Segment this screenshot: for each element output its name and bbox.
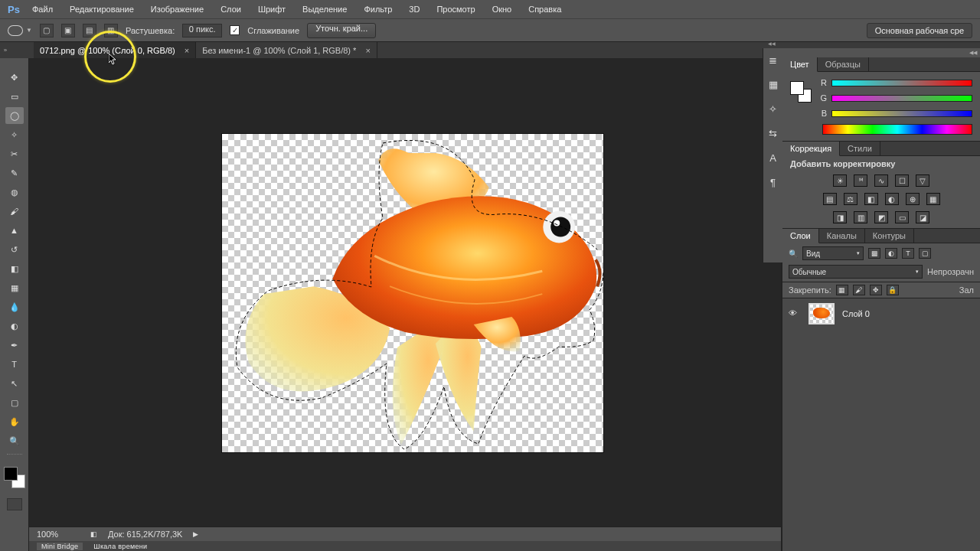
tab-adjustments[interactable]: Коррекция: [782, 142, 840, 156]
close-icon[interactable]: ×: [185, 46, 189, 55]
lock-transparency-icon[interactable]: ▦: [836, 285, 848, 295]
threshold-icon[interactable]: ◩: [874, 211, 888, 223]
hand-tool-icon[interactable]: ✋: [5, 413, 24, 430]
rectangular-marquee-tool-icon[interactable]: ▭: [5, 88, 24, 105]
layer-thumbnail[interactable]: [808, 303, 835, 324]
tab-color[interactable]: Цвет: [782, 57, 818, 72]
gradient-tool-icon[interactable]: ▦: [5, 279, 24, 296]
tab-styles[interactable]: Стили: [840, 142, 880, 155]
color-balance-icon[interactable]: ⚖: [844, 193, 858, 205]
crop-tool-icon[interactable]: ✂: [5, 145, 24, 162]
properties-panel-icon[interactable]: ✧: [766, 102, 780, 116]
hue-strip[interactable]: [822, 124, 972, 135]
path-selection-tool-icon[interactable]: ↖: [5, 375, 24, 392]
tab-swatches[interactable]: Образцы: [818, 57, 869, 71]
visibility-toggle-icon[interactable]: 👁: [789, 308, 801, 319]
menu-select[interactable]: Выделение: [295, 2, 354, 16]
filter-pixel-icon[interactable]: ▩: [868, 248, 880, 259]
tab-paths[interactable]: Контуры: [865, 229, 914, 243]
filter-icon[interactable]: 🔍: [789, 249, 798, 258]
lasso-tool-icon[interactable]: ◯: [5, 107, 24, 124]
tab-channels[interactable]: Каналы: [819, 229, 865, 243]
dodge-tool-icon[interactable]: ◐: [5, 318, 24, 334]
selective-color-icon[interactable]: ◪: [916, 211, 929, 223]
workspace-switcher[interactable]: Основная рабочая сре: [867, 23, 972, 38]
menu-file[interactable]: Файл: [24, 2, 60, 16]
layer-row[interactable]: 👁 Слой 0: [782, 298, 980, 329]
paragraph-panel-icon[interactable]: ¶: [766, 175, 780, 189]
color-swatches[interactable]: [4, 467, 25, 488]
actions-panel-icon[interactable]: ▦: [766, 77, 780, 91]
lock-pixels-icon[interactable]: 🖌: [853, 285, 865, 295]
menu-layers[interactable]: Слои: [213, 2, 249, 16]
blend-mode-select[interactable]: Обычные▾: [789, 265, 923, 279]
history-brush-tool-icon[interactable]: ↺: [5, 241, 24, 258]
healing-brush-tool-icon[interactable]: ◍: [5, 184, 24, 201]
lock-all-icon[interactable]: 🔒: [887, 285, 899, 295]
photo-filter-icon[interactable]: ◐: [885, 193, 899, 205]
filter-kind-select[interactable]: Вид▾: [802, 246, 864, 260]
document-canvas[interactable]: [221, 133, 604, 453]
menu-image[interactable]: Изображение: [143, 2, 211, 16]
menu-edit[interactable]: Редактирование: [62, 2, 142, 16]
brush-tool-icon[interactable]: 🖌: [5, 203, 24, 220]
r-slider[interactable]: [831, 80, 972, 86]
channel-mixer-icon[interactable]: ⊕: [906, 193, 920, 205]
vibrance-icon[interactable]: ▽: [916, 174, 929, 187]
levels-icon[interactable]: ᴹ: [854, 174, 867, 187]
menu-window[interactable]: Окно: [485, 2, 520, 16]
layer-name[interactable]: Слой 0: [842, 309, 870, 318]
magic-wand-tool-icon[interactable]: ✧: [5, 126, 24, 143]
foreground-color-swatch[interactable]: [4, 467, 18, 481]
filter-adjust-icon[interactable]: ◐: [885, 248, 897, 259]
filter-type-icon[interactable]: T: [902, 248, 914, 259]
zoom-tool-icon[interactable]: 🔍: [5, 432, 24, 449]
tabs-expand-arrow-icon[interactable]: »: [0, 41, 11, 58]
history-panel-icon[interactable]: ≣: [766, 53, 780, 67]
status-arrow-icon[interactable]: ▶: [193, 530, 198, 538]
filter-shape-icon[interactable]: ▢: [919, 248, 931, 259]
zoom-value[interactable]: 100%: [37, 530, 80, 539]
selection-subtract-icon[interactable]: ▤: [83, 24, 96, 37]
refine-edge-button[interactable]: Уточн. край...: [307, 23, 376, 38]
lock-position-icon[interactable]: ✥: [870, 285, 882, 295]
curves-icon[interactable]: ∿: [874, 174, 888, 187]
bw-icon[interactable]: ◧: [864, 193, 878, 205]
tab-layers[interactable]: Слои: [782, 229, 819, 243]
clone-stamp-tool-icon[interactable]: ▲: [5, 222, 24, 239]
rectangle-tool-icon[interactable]: ▢: [5, 394, 24, 411]
menu-3d[interactable]: 3D: [401, 2, 427, 16]
zoom-stepper-icon[interactable]: ◧: [90, 530, 97, 538]
tab-timeline[interactable]: Шкала времени: [93, 543, 147, 550]
feather-input[interactable]: 0 пикс.: [182, 24, 222, 37]
posterize-icon[interactable]: ▥: [854, 211, 867, 223]
exposure-icon[interactable]: ☐: [895, 174, 909, 187]
eyedropper-tool-icon[interactable]: ✎: [5, 165, 24, 181]
pen-tool-icon[interactable]: ✒: [5, 337, 24, 354]
color-lookup-icon[interactable]: ▦: [926, 193, 940, 205]
eraser-tool-icon[interactable]: ◧: [5, 260, 24, 277]
menu-view[interactable]: Просмотр: [429, 2, 482, 16]
selection-new-icon[interactable]: ▢: [40, 24, 54, 37]
gradient-map-icon[interactable]: ▭: [895, 211, 909, 223]
menu-type[interactable]: Шрифт: [250, 2, 293, 16]
type-tool-icon[interactable]: T: [5, 356, 24, 373]
document-tab-1[interactable]: Без имени-1 @ 100% (Слой 1, RGB/8) * ×: [196, 42, 377, 58]
b-slider[interactable]: [831, 110, 972, 117]
color-fgbg-swatch[interactable]: [790, 81, 812, 103]
antialias-checkbox[interactable]: ✓: [230, 25, 240, 35]
blur-tool-icon[interactable]: 💧: [5, 298, 24, 315]
selection-intersect-icon[interactable]: ▥: [104, 24, 118, 37]
hue-sat-icon[interactable]: ▤: [823, 193, 837, 205]
selection-add-icon[interactable]: ▣: [61, 24, 75, 37]
g-slider[interactable]: [831, 95, 972, 102]
tool-preset-picker[interactable]: ▼: [8, 25, 32, 36]
invert-icon[interactable]: ◨: [833, 211, 847, 223]
menu-filter[interactable]: Фильтр: [356, 2, 400, 16]
quickmask-toggle-icon[interactable]: [7, 498, 22, 510]
close-icon[interactable]: ×: [365, 46, 370, 55]
move-tool-icon[interactable]: ✥: [5, 69, 24, 86]
character-panel-icon[interactable]: A: [766, 151, 780, 165]
collapse-panels-icon[interactable]: ◀◀: [969, 50, 977, 56]
brightness-contrast-icon[interactable]: ☀: [833, 174, 847, 187]
